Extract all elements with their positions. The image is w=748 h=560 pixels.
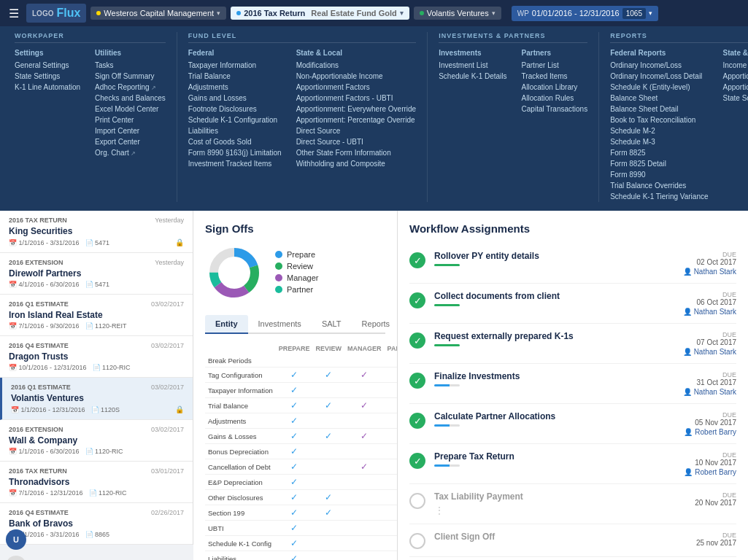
- menu-schedule-k-entity[interactable]: Schedule K (Entity-level): [610, 82, 708, 93]
- sidebar-item-4[interactable]: 2016 Q1 Estimate 03/02/2017 Volantis Ven…: [0, 378, 193, 420]
- sidebar-item-5[interactable]: 2016 Extension 03/02/2017 Wall & Company…: [0, 420, 193, 462]
- settings-icon[interactable]: ⚙: [6, 556, 26, 560]
- menu-schedule-m2[interactable]: Schedule M-2: [610, 125, 708, 136]
- so-review-7: [313, 459, 345, 475]
- menu-non-apportionable[interactable]: Non-Apportionable Income: [296, 71, 417, 82]
- menu-investment-list[interactable]: Investment List: [439, 60, 506, 71]
- sidebar-item-6[interactable]: 2016 Tax Return 03/01/2017 Thronadvisors…: [0, 462, 193, 503]
- flux-logo: Flux: [56, 7, 80, 20]
- menu-apportionment-factors[interactable]: Apportionment Factors: [296, 82, 417, 93]
- menu-state-settings[interactable]: State Settings: [15, 71, 80, 82]
- menu-signoff-summary[interactable]: Sign Off Summary: [95, 71, 166, 82]
- menu-income-calc-method[interactable]: Income Calculation Method Summary: [723, 60, 748, 71]
- tab-reports[interactable]: Reports: [352, 315, 398, 334]
- menu-schedule-k1-config[interactable]: Schedule K-1 Configuration: [188, 114, 282, 125]
- menu-book-tax[interactable]: Book to Tax Reconciliation: [610, 114, 708, 125]
- menu-other-state-form[interactable]: Other State Form Information: [296, 147, 417, 158]
- menu-gains-losses[interactable]: Gains and Losses: [188, 93, 282, 104]
- hamburger-button[interactable]: ☰: [6, 4, 22, 23]
- wf-body-4: Calculate Partner Allocations: [434, 411, 675, 427]
- menu-direct-source-ubti[interactable]: Direct Source - UBTI: [296, 136, 417, 147]
- wf-assignee-4: 👤 Robert Barry: [684, 428, 736, 436]
- menu-adhoc-reporting[interactable]: Adhoc Reporting: [95, 82, 166, 93]
- sidebar-item-0[interactable]: 2016 Tax Return Yesterday King Securitie…: [0, 211, 193, 253]
- menu-ordinary-income-detail[interactable]: Ordinary Income/Loss Detail: [610, 71, 708, 82]
- wf-ellipsis-6: ⋮: [434, 505, 686, 516]
- menu-adjustments[interactable]: Adjustments: [188, 82, 282, 93]
- tab-entity[interactable]: Entity: [205, 315, 248, 334]
- menu-org-chart[interactable]: Org. Chart: [95, 147, 166, 158]
- menu-allocation-rules[interactable]: Allocation Rules: [522, 93, 588, 104]
- si-code-0: 📄 5471: [85, 239, 110, 246]
- menu-direct-source[interactable]: Direct Source: [296, 125, 417, 136]
- sidebar-item-3[interactable]: 2016 Q4 Estimate 03/02/2017 Dragon Trust…: [0, 336, 193, 378]
- mega-subcol-utilities: Utilities Tasks Sign Off Summary Adhoc R…: [95, 49, 166, 158]
- si-name-0: King Securities: [9, 226, 184, 236]
- prepare-dot: [275, 251, 282, 258]
- return-selector[interactable]: 2016 Tax Return Real Estate Fund Gold ▾: [231, 7, 409, 20]
- menu-form8825[interactable]: Form 8825: [610, 147, 708, 158]
- sidebar-item-7[interactable]: 2016 Q4 Estimate 02/26/2017 Bank of Brav…: [0, 503, 193, 545]
- sidebar-item-1[interactable]: 2016 Extension Yesterday Direwolf Partne…: [0, 253, 193, 295]
- menu-cogs[interactable]: Cost of Goods Sold: [188, 136, 282, 147]
- menu-k1-tiering[interactable]: Schedule K-1 Tiering Variance: [610, 191, 708, 202]
- menu-liabilities[interactable]: Liabilities: [188, 125, 282, 136]
- tab-salt[interactable]: SALT: [312, 315, 352, 334]
- menu-form8825-detail[interactable]: Form 8825 Detail: [610, 158, 708, 169]
- menu-allocation-library[interactable]: Allocation Library: [522, 82, 588, 93]
- wf-due-0: DUE02 Oct 2017: [683, 251, 736, 266]
- partner-label: Partner: [287, 285, 313, 294]
- menu-partner-list[interactable]: Partner List: [522, 60, 588, 71]
- si-badge-6: 2016 Tax Return: [9, 467, 67, 475]
- menu-tracked-items[interactable]: Tracked Items: [522, 71, 588, 82]
- menu-schedule-m3[interactable]: Schedule M-3: [610, 136, 708, 147]
- menu-state-source-income[interactable]: State Source Income/Loss: [723, 93, 748, 104]
- wp-prefix: WP: [517, 9, 529, 18]
- menu-form8990[interactable]: Form 8990 §163(j) Limitation: [188, 147, 282, 158]
- menu-k1-automation[interactable]: K-1 Line Automation: [15, 82, 80, 93]
- si-code-1: 📄 5471: [85, 281, 110, 288]
- wf-assignee-name-0: Nathan Stark: [694, 268, 736, 276]
- menu-modifications[interactable]: Modifications: [296, 60, 417, 71]
- menu-trial-balance[interactable]: Trial Balance: [188, 71, 282, 82]
- wf-assignee-2: 👤 Nathan Stark: [683, 348, 736, 356]
- menu-form8990-rpt[interactable]: Form 8990: [610, 169, 708, 180]
- menu-apportionment-pct[interactable]: Apportionment: Percentage Override: [296, 114, 417, 125]
- si-badge-3: 2016 Q4 Estimate: [9, 342, 69, 349]
- so-label-1: Tag Configuration: [205, 368, 276, 383]
- menu-checks-balances[interactable]: Checks and Balances: [95, 93, 166, 104]
- menu-apportionment-calc[interactable]: Apportionment Calculation: [723, 82, 748, 93]
- user-avatar[interactable]: U: [6, 529, 26, 550]
- menu-tasks[interactable]: Tasks: [95, 60, 166, 71]
- menu-capital-transactions[interactable]: Capital Transactions: [522, 104, 588, 114]
- entity-name: Westeros Capital Management: [104, 9, 214, 18]
- si-lock-0: 🔒: [175, 238, 184, 246]
- menu-export-center[interactable]: Export Center: [95, 136, 166, 147]
- menu-apportionment-input[interactable]: Apportionment Input Totals: [723, 71, 748, 82]
- so-manager-9: [344, 490, 385, 505]
- menu-balance-sheet[interactable]: Balance Sheet: [610, 93, 708, 104]
- menu-ordinary-income[interactable]: Ordinary Income/Loss: [610, 60, 708, 71]
- menu-balance-sheet-detail[interactable]: Balance Sheet Detail: [610, 104, 708, 114]
- volantis-selector[interactable]: Volantis Ventures ▾: [414, 7, 501, 20]
- menu-taxpayer-info[interactable]: Taxpayer Information: [188, 60, 282, 71]
- tab-investments[interactable]: Investments: [248, 315, 312, 334]
- sidebar-item-2[interactable]: 2016 Q1 Estimate 03/02/2017 Iron Island …: [0, 295, 193, 336]
- so-partner-6: [385, 444, 398, 459]
- menu-apportionment-everywhere[interactable]: Apportionment: Everywhere Override: [296, 104, 417, 114]
- menu-excel-model[interactable]: Excel Model Center: [95, 104, 166, 114]
- menu-withholding[interactable]: Withholding and Composite: [296, 158, 417, 169]
- menu-import-center[interactable]: Import Center: [95, 125, 166, 136]
- menu-general-settings[interactable]: General Settings: [15, 60, 80, 71]
- menu-schedule-k1-details[interactable]: Schedule K-1 Details: [439, 71, 506, 82]
- so-prepare-0: [276, 354, 313, 368]
- menu-apportionment-ubti[interactable]: Apportionment Factors - UBTI: [296, 93, 417, 104]
- menu-footnote[interactable]: Footnote Disclosures: [188, 104, 282, 114]
- so-row-7: Cancellation of Debt ✓ ✓: [205, 459, 398, 475]
- wf-progress-3: [434, 384, 460, 386]
- menu-investment-tracked[interactable]: Investment Tracked Items: [188, 158, 282, 169]
- menu-trial-balance-overrides[interactable]: Trial Balance Overrides: [610, 180, 708, 191]
- signoffs-table: PREPARE REVIEW MANAGER PARTNER Break Per…: [205, 343, 398, 560]
- menu-print-center[interactable]: Print Center: [95, 114, 166, 125]
- entity-selector[interactable]: Westeros Capital Management ▾: [90, 7, 226, 20]
